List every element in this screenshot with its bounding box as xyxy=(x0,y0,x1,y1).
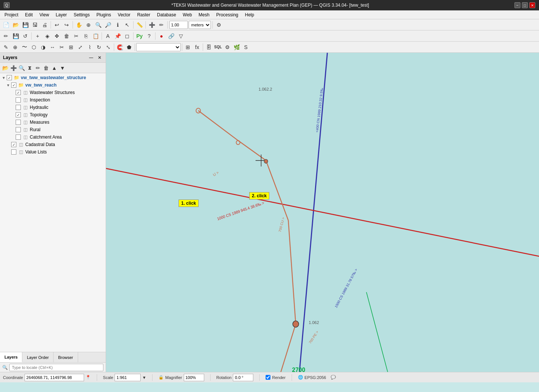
circular-arc-button[interactable]: ◑ xyxy=(39,43,48,52)
tww-button3[interactable]: ▽ xyxy=(176,32,185,41)
merge-button[interactable]: ⊞ xyxy=(67,43,76,52)
unit-select[interactable]: meters feet xyxy=(189,21,211,29)
save-project-button[interactable]: 💾 xyxy=(21,20,30,29)
zoom-extent-button[interactable]: ⊕ xyxy=(84,20,93,29)
maximize-button[interactable]: □ xyxy=(522,2,528,8)
redo-button[interactable]: ↪ xyxy=(62,20,71,29)
layer-item-vw_tww_reach[interactable]: ▼ ✓ 📁 vw_tww_reach xyxy=(0,81,106,89)
remove-layer-button[interactable]: 🗑 xyxy=(42,64,50,72)
minimize-button[interactable]: − xyxy=(514,2,520,8)
layers-minimize-button[interactable]: — xyxy=(88,54,94,61)
saga-button[interactable]: S xyxy=(241,43,250,52)
layer-checkbox[interactable]: ✓ xyxy=(16,112,21,117)
add-point-button[interactable]: ⊕ xyxy=(11,43,20,52)
zoom-in-button[interactable]: 🔍 xyxy=(94,20,103,29)
edit-layer-button[interactable]: ✏ xyxy=(34,64,42,72)
scale-button[interactable]: ⤡ xyxy=(104,43,113,52)
value-input[interactable]: 1.00 xyxy=(169,21,188,29)
attribute-table-button[interactable]: ⊞ xyxy=(183,43,192,52)
rotate-button[interactable]: ↻ xyxy=(94,43,103,52)
layer-checkbox[interactable] xyxy=(16,135,21,140)
filter-layers-button[interactable]: 🔍 xyxy=(18,64,25,72)
sql-button[interactable]: SQL xyxy=(214,43,222,52)
menu-edit[interactable]: Edit xyxy=(22,12,36,18)
help-button[interactable]: ? xyxy=(145,32,154,41)
scale-input[interactable] xyxy=(115,374,141,381)
layer-item-catchment-area[interactable]: ◫ Catchment Area xyxy=(0,133,106,141)
add-line-button[interactable]: 〜 xyxy=(20,43,29,52)
layer-checkbox[interactable] xyxy=(16,120,21,125)
layer-item-value-lists[interactable]: ◫ Value Lists xyxy=(0,148,106,156)
expand-icon[interactable]: ▼ xyxy=(6,83,10,87)
db-manager-button[interactable]: 🗄 xyxy=(204,43,213,52)
rotation-input[interactable] xyxy=(233,374,253,381)
python-button[interactable]: Py xyxy=(135,32,144,41)
tab-browser[interactable]: Browser xyxy=(54,352,78,362)
layer-item-cadastral-data[interactable]: ✓ ◫ Cadastral Data xyxy=(0,141,106,148)
zoom-out-button[interactable]: 🔎 xyxy=(103,20,112,29)
open-project-button[interactable]: 📂 xyxy=(11,20,20,29)
close-button[interactable]: ✕ xyxy=(529,2,535,8)
reshape-button[interactable]: ↔ xyxy=(48,43,57,52)
menu-plugins[interactable]: Plugins xyxy=(93,12,114,18)
epsg-item[interactable]: 🌐 EPSG:2056 💬 xyxy=(298,375,336,380)
copy-button[interactable]: ⎘ xyxy=(81,32,90,41)
magnifier-input[interactable] xyxy=(184,374,204,381)
add-polygon-button[interactable]: ⬡ xyxy=(29,43,38,52)
menu-processing[interactable]: Processing xyxy=(213,12,241,18)
layer-checkbox[interactable] xyxy=(11,149,16,155)
menu-layer[interactable]: Layer xyxy=(53,12,70,18)
layers-close-button[interactable]: ✕ xyxy=(96,54,103,61)
tww-button1[interactable]: ● xyxy=(157,32,166,41)
map-area[interactable]: 1.062.2 1.062 1000 CS 1989 945.4 38.6‰ >… xyxy=(106,53,539,372)
menu-help[interactable]: Help xyxy=(242,12,257,18)
simplify-button[interactable]: ⌇ xyxy=(85,43,94,52)
pencil-button[interactable]: ✏ xyxy=(1,32,10,41)
scale-dropdown-icon[interactable]: ▼ xyxy=(142,375,146,380)
print-button[interactable]: 🖨 xyxy=(40,20,49,29)
layer-checkbox[interactable] xyxy=(16,105,21,110)
menu-raster[interactable]: Raster xyxy=(134,12,153,18)
layer-item-inspection[interactable]: ◫ Inspection xyxy=(0,96,106,104)
save-as-button[interactable]: 🖫 xyxy=(31,20,39,29)
pin-button[interactable]: 📌 xyxy=(113,32,122,41)
measure-button[interactable]: 📏 xyxy=(135,20,144,29)
map-canvas[interactable]: 1.062.2 1.062 1000 CS 1989 945.4 38.6‰ >… xyxy=(106,53,539,372)
layer-item-measures[interactable]: ◫ Measures xyxy=(0,119,106,126)
cut-button[interactable]: ✂ xyxy=(72,32,81,41)
move-down-button[interactable]: ▼ xyxy=(59,64,66,72)
deselect-button[interactable]: ◻ xyxy=(123,32,132,41)
menu-web[interactable]: Web xyxy=(180,12,195,18)
layer-item-rural[interactable]: ◫ Rural xyxy=(0,126,106,133)
layer-item-hydraulic[interactable]: ◫ Hydraulic xyxy=(0,104,106,111)
topology-button[interactable]: ⬟ xyxy=(125,43,134,52)
layer-item-wastewater-structures[interactable]: ✓ ◫ Wastewater Structures xyxy=(0,89,106,96)
render-checkbox[interactable] xyxy=(266,375,270,380)
save-edits-button[interactable]: 💾 xyxy=(11,32,20,41)
layer-item-topology[interactable]: ✓ ◫ Topology xyxy=(0,111,106,119)
layer-checkbox[interactable]: ✓ xyxy=(16,90,21,95)
layer-select[interactable] xyxy=(136,43,181,51)
menu-settings[interactable]: Settings xyxy=(71,12,93,18)
layer-checkbox[interactable]: ✓ xyxy=(7,75,12,80)
coordinate-input[interactable] xyxy=(25,374,84,381)
layer-checkbox[interactable]: ✓ xyxy=(11,82,16,88)
move-up-button[interactable]: ▲ xyxy=(51,64,58,72)
menu-mesh[interactable]: Mesh xyxy=(196,12,212,18)
add-feature-button[interactable]: + xyxy=(33,32,42,41)
settings-button[interactable]: ⚙ xyxy=(214,20,223,29)
expand-icon[interactable]: ▼ xyxy=(1,75,6,80)
digitize-button[interactable]: ✏ xyxy=(157,20,166,29)
filter-icon[interactable]: ⧗ xyxy=(26,64,33,72)
open-layer-button[interactable]: 📂 xyxy=(1,64,9,72)
undo-button[interactable]: ↩ xyxy=(52,20,61,29)
tab-layer-order[interactable]: Layer Order xyxy=(22,352,54,362)
move-feature-button[interactable]: ✥ xyxy=(52,32,61,41)
toggle-edit-button[interactable]: ✎ xyxy=(1,43,10,52)
identify-button[interactable]: ℹ xyxy=(113,20,122,29)
add-layer-button[interactable]: ➕ xyxy=(147,20,156,29)
pan-button[interactable]: ✋ xyxy=(74,20,83,29)
field-calc-button[interactable]: fx xyxy=(193,43,202,52)
label-button[interactable]: A xyxy=(103,32,112,41)
delete-button[interactable]: 🗑 xyxy=(62,32,71,41)
